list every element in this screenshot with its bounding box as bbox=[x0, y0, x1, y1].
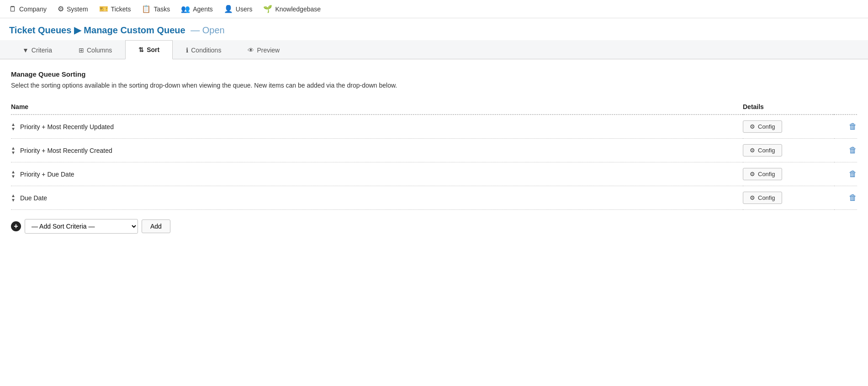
reorder-arrows-icon[interactable]: ▲ ▼ bbox=[11, 122, 16, 131]
nav-label: Tasks bbox=[153, 5, 170, 13]
reorder-arrows-icon[interactable]: ▲ ▼ bbox=[11, 193, 16, 203]
nav-item-tickets[interactable]: 🎫Tickets bbox=[99, 5, 131, 13]
tab-label-criteria: Criteria bbox=[32, 47, 52, 54]
nav-item-knowledgebase[interactable]: 🌱Knowledgebase bbox=[263, 5, 321, 13]
name-cell-wrap: ▲ ▼ Due Date bbox=[11, 193, 743, 203]
config-label: Config bbox=[758, 194, 775, 201]
tab-sort[interactable]: ⇅Sort bbox=[125, 40, 173, 59]
nav-label: Knowledgebase bbox=[275, 5, 321, 13]
section-description: Select the sorting options available in … bbox=[11, 81, 857, 90]
name-cell-wrap: ▲ ▼ Priority + Due Date bbox=[11, 170, 743, 179]
name-cell-wrap: ▲ ▼ Priority + Most Recently Created bbox=[11, 146, 743, 155]
add-sort-select[interactable]: — Add Sort Criteria —Priority + Most Rec… bbox=[25, 219, 138, 234]
tab-label-columns: Columns bbox=[87, 47, 112, 54]
nav-icon-users: 👤 bbox=[224, 5, 233, 13]
tab-criteria[interactable]: ▼Criteria bbox=[9, 40, 65, 59]
nav-icon-agents: 👥 bbox=[181, 5, 190, 13]
table-row: ▲ ▼ Priority + Due Date ⚙ Config 🗑 bbox=[11, 162, 857, 186]
row-name: Priority + Most Recently Created bbox=[20, 147, 112, 154]
config-button[interactable]: ⚙ Config bbox=[743, 168, 782, 180]
col-header-action bbox=[834, 99, 857, 115]
nav-item-company[interactable]: 🗒Company bbox=[9, 5, 47, 13]
breadcrumb-link[interactable]: Ticket Queues bbox=[9, 25, 71, 36]
nav-label: Agents bbox=[193, 5, 213, 13]
row-name: Due Date bbox=[20, 194, 47, 202]
top-nav: 🗒Company⚙System🎫Tickets📋Tasks👥Agents👤Use… bbox=[0, 0, 868, 18]
tab-label-preview: Preview bbox=[257, 47, 280, 54]
sort-table: Name Details ▲ ▼ Priority + Most Recentl… bbox=[11, 99, 857, 210]
tab-label-conditions: Conditions bbox=[191, 47, 221, 54]
nav-label: Tickets bbox=[111, 5, 131, 13]
nav-item-agents[interactable]: 👥Agents bbox=[181, 5, 213, 13]
delete-icon[interactable]: 🗑 bbox=[849, 169, 857, 178]
nav-item-tasks[interactable]: 📋Tasks bbox=[142, 5, 170, 13]
reorder-arrows-icon[interactable]: ▲ ▼ bbox=[11, 170, 16, 179]
col-header-details: Details bbox=[743, 99, 834, 115]
gear-icon: ⚙ bbox=[750, 123, 755, 130]
tab-conditions[interactable]: ℹConditions bbox=[173, 40, 234, 59]
nav-item-users[interactable]: 👤Users bbox=[224, 5, 253, 13]
config-button[interactable]: ⚙ Config bbox=[743, 144, 782, 156]
delete-icon[interactable]: 🗑 bbox=[849, 146, 857, 155]
table-row: ▲ ▼ Priority + Most Recently Updated ⚙ C… bbox=[11, 115, 857, 139]
section-title: Manage Queue Sorting bbox=[11, 70, 857, 78]
breadcrumb: Ticket Queues ▶ Manage Custom Queue — Op… bbox=[0, 18, 868, 40]
table-row: ▲ ▼ Due Date ⚙ Config 🗑 bbox=[11, 186, 857, 210]
col-header-name: Name bbox=[11, 99, 743, 115]
table-row: ▲ ▼ Priority + Most Recently Created ⚙ C… bbox=[11, 139, 857, 162]
tab-label-sort: Sort bbox=[147, 46, 159, 53]
breadcrumb-status: — Open bbox=[188, 25, 225, 36]
tab-columns[interactable]: ⊞Columns bbox=[65, 40, 125, 59]
nav-label: Company bbox=[19, 5, 47, 13]
row-name: Priority + Due Date bbox=[20, 171, 74, 178]
name-cell-wrap: ▲ ▼ Priority + Most Recently Updated bbox=[11, 122, 743, 131]
breadcrumb-current: Manage Custom Queue bbox=[84, 25, 185, 36]
gear-icon: ⚙ bbox=[750, 194, 755, 201]
delete-icon[interactable]: 🗑 bbox=[849, 122, 857, 131]
config-label: Config bbox=[758, 123, 775, 130]
tab-icon-criteria: ▼ bbox=[22, 47, 29, 54]
config-label: Config bbox=[758, 147, 775, 154]
config-button[interactable]: ⚙ Config bbox=[743, 120, 782, 133]
breadcrumb-separator: ▶ bbox=[74, 25, 81, 36]
row-name: Priority + Most Recently Updated bbox=[20, 123, 114, 130]
config-button[interactable]: ⚙ Config bbox=[743, 192, 782, 204]
nav-item-system[interactable]: ⚙System bbox=[58, 5, 88, 13]
add-button[interactable]: Add bbox=[142, 219, 170, 233]
nav-icon-knowledgebase: 🌱 bbox=[263, 5, 272, 13]
tab-icon-conditions: ℹ bbox=[186, 47, 188, 54]
reorder-arrows-icon[interactable]: ▲ ▼ bbox=[11, 146, 16, 155]
main-content: Manage Queue Sorting Select the sorting … bbox=[0, 59, 868, 245]
config-label: Config bbox=[758, 171, 775, 177]
add-circle-icon[interactable]: + bbox=[11, 221, 21, 231]
nav-icon-tickets: 🎫 bbox=[99, 5, 108, 13]
delete-icon[interactable]: 🗑 bbox=[849, 193, 857, 202]
tab-icon-columns: ⊞ bbox=[79, 47, 84, 54]
gear-icon: ⚙ bbox=[750, 147, 755, 154]
nav-icon-tasks: 📋 bbox=[142, 5, 151, 13]
nav-label: Users bbox=[236, 5, 253, 13]
nav-icon-company: 🗒 bbox=[9, 5, 16, 13]
nav-icon-system: ⚙ bbox=[58, 5, 64, 13]
gear-icon: ⚙ bbox=[750, 171, 755, 177]
tab-icon-sort: ⇅ bbox=[138, 46, 144, 53]
tab-icon-preview: 👁 bbox=[248, 47, 254, 54]
add-sort-row: + — Add Sort Criteria —Priority + Most R… bbox=[11, 217, 857, 234]
tab-preview[interactable]: 👁Preview bbox=[234, 40, 293, 59]
tabs-bar: ▼Criteria⊞Columns⇅SortℹConditions👁Previe… bbox=[0, 40, 868, 59]
nav-label: System bbox=[67, 5, 88, 13]
